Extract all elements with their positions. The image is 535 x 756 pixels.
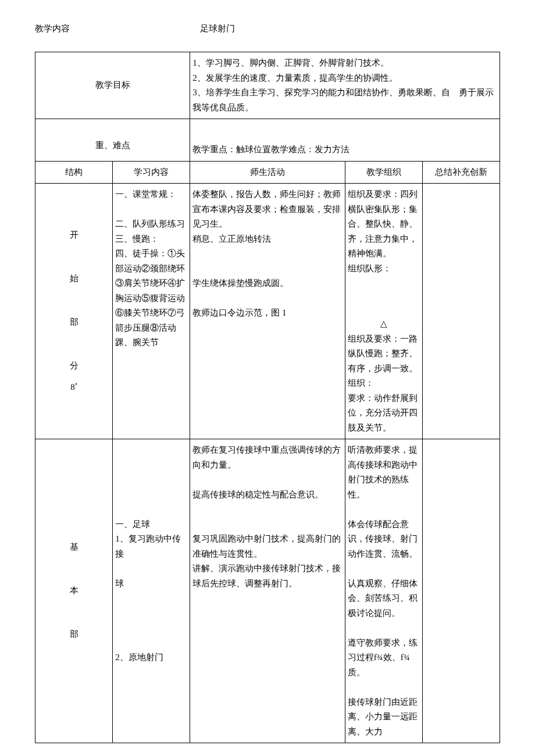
basic-section-row: 基 本 部 一、足球 1、复习跑动中传接 球 2、原地射门 教师在复习传接球中重… <box>35 439 500 743</box>
basic-org: 听清教师要求，提高传接球和跑动中射门技术的熟练性。 体会传球配合意识，传接球、射… <box>345 439 422 743</box>
col-summary: 总结补充创新 <box>422 161 500 184</box>
teaching-content-label: 教学内容 <box>35 23 70 34</box>
start-activity: 体委整队，报告人数，师生问好；教师宣布本课内容及要求；检查服装，安排见习生。 稍… <box>190 184 345 439</box>
start-label: 开 始 部 分 8ʹ <box>35 184 113 439</box>
basic-label: 基 本 部 <box>35 439 113 743</box>
goal-text: 1、学习脚弓、脚内侧、正脚背、外脚背射门技术。 2、发展学生的速度、力量素质，提… <box>190 52 500 119</box>
start-section-row: 开 始 部 分 8ʹ 一、课堂常规： 二、队列队形练习三、慢跑： 四、徒手操：①… <box>35 184 500 439</box>
start-org-text1: 组织及要求：四列横队密集队形；集合、整队快、静、齐，注意力集中，精神饱满。 组织… <box>348 187 420 276</box>
basic-summary <box>422 439 500 743</box>
goal-row: 教学目标 1、学习脚弓、脚内侧、正脚背、外脚背射门技术。 2、发展学生的速度、力… <box>35 52 500 119</box>
start-org-cell: 组织及要求：四列横队密集队形；集合、整队快、静、齐，注意力集中，精神饱满。 组织… <box>345 184 422 439</box>
col-structure: 结构 <box>35 161 113 184</box>
basic-activity: 教师在复习传接球中重点强调传球的方向和力量。 提高传接球的稳定性与配合意识。 复… <box>190 439 345 743</box>
goal-label: 教学目标 <box>35 52 190 119</box>
basic-content: 一、足球 1、复习跑动中传接 球 2、原地射门 <box>113 439 190 743</box>
keypoint-label: 重、难点 <box>35 119 190 162</box>
start-summary <box>422 184 500 439</box>
keypoint-text: 教学重点：触球位置教学难点：发力方法 <box>190 119 500 162</box>
page-title: 足球射门 <box>200 23 235 34</box>
col-content: 学习内容 <box>113 161 190 184</box>
col-org: 教学组织 <box>345 161 422 184</box>
triangle-icon: △ <box>348 317 420 332</box>
start-content: 一、课堂常规： 二、队列队形练习三、慢跑： 四、徒手操：①头部运动②颈部绕环③肩… <box>113 184 190 439</box>
lesson-plan-table: 教学目标 1、学习脚弓、脚内侧、正脚背、外脚背射门技术。 2、发展学生的速度、力… <box>35 52 500 743</box>
keypoint-row: 重、难点 教学重点：触球位置教学难点：发力方法 <box>35 119 500 162</box>
col-activity: 师生活动 <box>190 161 345 184</box>
start-org-text2: 组织及要求：一路纵队慢跑；整齐、有序，步调一致。 组织： 要求：动作舒展到位，充… <box>348 332 420 436</box>
header-row: 结构 学习内容 师生活动 教学组织 总结补充创新 <box>35 161 500 184</box>
